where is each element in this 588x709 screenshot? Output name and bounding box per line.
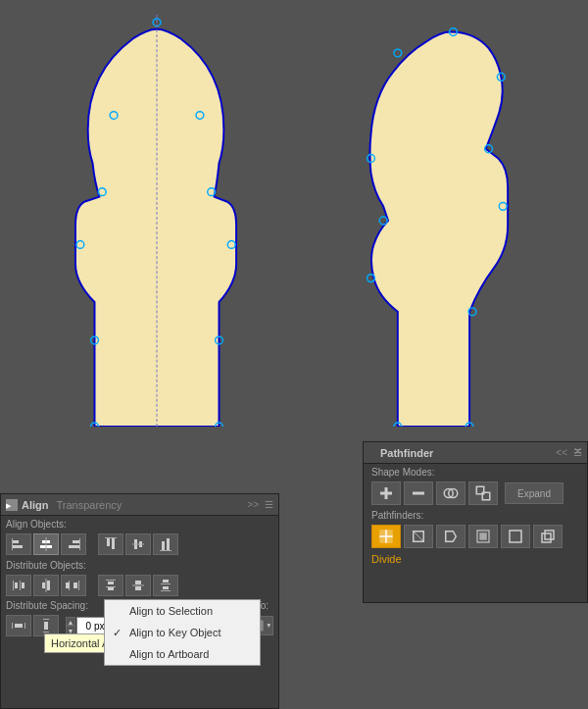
svg-rect-22 [12, 540, 19, 543]
svg-rect-66 [43, 632, 49, 633]
align-middle-button[interactable] [125, 533, 151, 555]
minus-back-button[interactable] [533, 525, 563, 548]
align-bottom-button[interactable] [153, 533, 178, 555]
svg-rect-53 [106, 586, 116, 587]
svg-rect-67 [44, 622, 48, 630]
dist-bottom-button[interactable] [153, 575, 178, 596]
svg-rect-37 [162, 541, 165, 550]
svg-rect-29 [69, 545, 79, 548]
figure-left [54, 15, 260, 427]
pathfinder-panel-title: Pathfinder [380, 447, 433, 459]
svg-line-82 [414, 532, 424, 542]
dist-right-button[interactable] [61, 575, 86, 596]
align-panel: ▸ Align Transparency >> ☰ Align Objects: [0, 493, 279, 709]
align-center-button[interactable] [33, 533, 59, 555]
svg-rect-57 [132, 585, 144, 586]
align-right-button[interactable] [61, 533, 86, 555]
up-arrow[interactable]: ▲ [66, 617, 75, 626]
svg-rect-61 [163, 580, 169, 582]
align-top-button[interactable] [98, 533, 123, 555]
canvas-area [0, 0, 588, 441]
pathfinders-label: Pathfinders: [364, 507, 587, 523]
svg-rect-45 [47, 581, 50, 590]
svg-rect-41 [15, 582, 18, 588]
svg-rect-47 [78, 581, 79, 590]
align-panel-header: ▸ Align Transparency >> ☰ [1, 494, 278, 516]
svg-rect-39 [160, 550, 172, 551]
svg-rect-40 [13, 581, 14, 590]
figure-right-svg [328, 15, 534, 427]
svg-rect-43 [22, 582, 24, 588]
svg-rect-24 [12, 538, 13, 550]
center-line [157, 15, 158, 427]
svg-rect-63 [24, 623, 25, 629]
svg-rect-27 [46, 537, 47, 551]
svg-rect-64 [15, 624, 23, 628]
svg-rect-46 [46, 579, 47, 592]
dist-center-h-button[interactable] [33, 575, 59, 596]
add-to-shape-button[interactable] [371, 481, 401, 505]
align-to-dropdown: Align to Selection Align to Key Object A… [104, 599, 261, 666]
dist-h-spacing-button[interactable] [6, 615, 31, 636]
expand-button[interactable]: Expand [505, 482, 564, 504]
pathfinder-panel: ✕ Pathfinder << ☰ Shape Modes: Expand Pa… [363, 441, 588, 603]
svg-rect-86 [542, 533, 551, 542]
pathfinder-expand-icon[interactable]: << [556, 447, 567, 458]
divide-button[interactable] [371, 525, 401, 548]
panel-expand-icon[interactable]: >> [247, 499, 259, 510]
merge-button[interactable] [436, 525, 466, 548]
distribute-spacing-label: Distribute Spacing: [6, 600, 88, 611]
svg-rect-51 [106, 580, 116, 581]
svg-rect-38 [167, 538, 170, 550]
svg-rect-30 [79, 538, 80, 550]
svg-rect-60 [161, 583, 171, 584]
align-panel-title-dim: Transparency [57, 499, 122, 511]
divide-label: Divide [364, 550, 587, 568]
svg-point-20 [394, 49, 402, 57]
dist-left-button[interactable] [6, 575, 31, 596]
svg-rect-56 [135, 586, 141, 590]
svg-rect-48 [74, 582, 77, 588]
trim-button[interactable] [404, 525, 433, 548]
svg-rect-87 [545, 531, 554, 539]
svg-rect-32 [112, 538, 115, 549]
align-to-selection-item[interactable]: Align to Selection [105, 600, 260, 622]
align-panel-title: Align [22, 499, 49, 511]
shape-modes-row: Expand [364, 480, 587, 507]
panel-menu-icon[interactable]: ☰ [265, 499, 273, 510]
svg-rect-83 [479, 532, 487, 540]
pathfinders-row [364, 523, 587, 550]
svg-rect-33 [105, 537, 117, 538]
svg-rect-59 [163, 586, 169, 589]
dist-top-button[interactable] [98, 575, 123, 596]
svg-point-15 [379, 217, 387, 225]
align-to-artboard-item[interactable]: Align to Artboard [105, 643, 260, 665]
figure-right [328, 15, 534, 427]
outline-button[interactable] [501, 525, 530, 548]
svg-rect-55 [135, 581, 141, 584]
shape-modes-label: Shape Modes: [364, 464, 587, 480]
subtract-button[interactable] [404, 481, 433, 505]
align-left-button[interactable] [6, 533, 31, 555]
svg-rect-72 [385, 487, 388, 499]
exclude-button[interactable] [468, 481, 498, 505]
svg-rect-85 [510, 531, 521, 542]
align-to-key-object-item[interactable]: Align to Key Object [105, 622, 260, 643]
intersect-button[interactable] [436, 481, 466, 505]
distribute-objects-row [1, 573, 278, 598]
svg-rect-58 [161, 590, 171, 591]
svg-marker-70 [267, 624, 270, 628]
svg-rect-65 [43, 619, 49, 620]
dist-center-v-button[interactable] [125, 575, 151, 596]
svg-rect-42 [20, 581, 21, 590]
svg-rect-50 [66, 582, 70, 588]
svg-rect-23 [12, 545, 23, 548]
svg-rect-36 [132, 544, 144, 545]
up-down-arrows[interactable]: ▲ ▼ [66, 617, 75, 634]
svg-rect-62 [12, 623, 13, 629]
pathfinder-menu-icon[interactable]: ☰ [573, 447, 582, 458]
svg-rect-73 [413, 492, 424, 495]
svg-rect-31 [107, 538, 110, 546]
align-objects-row [1, 532, 278, 557]
crop-button[interactable] [468, 525, 498, 548]
